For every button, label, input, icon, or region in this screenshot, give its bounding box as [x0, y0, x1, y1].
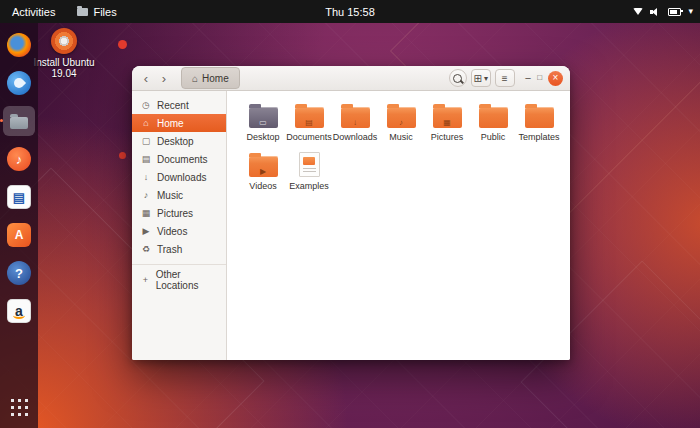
dock-item-thunderbird[interactable]	[3, 68, 35, 98]
file-item-pictures[interactable]: ▦ Pictures	[424, 101, 470, 142]
sidebar-item-pictures[interactable]: ▦ Pictures	[132, 204, 226, 222]
dock-item-files[interactable]	[3, 106, 35, 136]
folder-icon: ▭	[249, 107, 278, 128]
view-options-caret-icon: ▾	[484, 74, 488, 83]
documents-icon: ▤	[141, 154, 151, 164]
documents-emblem-icon: ▤	[295, 117, 324, 128]
places-sidebar: ◷ Recent ⌂ Home ▢ Desktop ▤ Documents ↓ …	[132, 91, 227, 360]
network-icon	[633, 8, 643, 15]
path-home-label: Home	[202, 73, 229, 84]
sidebar-item-music[interactable]: ♪ Music	[132, 186, 226, 204]
dock: ♪ ▤ A ? a	[0, 23, 38, 428]
sidebar-item-label: Trash	[157, 244, 182, 255]
forward-button[interactable]: ›	[157, 72, 171, 85]
sidebar-item-documents[interactable]: ▤ Documents	[132, 150, 226, 168]
file-item-documents[interactable]: ▤ Documents	[286, 101, 332, 142]
dock-item-amazon[interactable]: a	[3, 296, 35, 326]
search-button[interactable]	[449, 69, 467, 87]
plus-icon: +	[141, 275, 150, 285]
home-icon: ⌂	[141, 118, 151, 128]
file-label: Public	[481, 132, 506, 142]
sidebar-item-label: Desktop	[157, 136, 194, 147]
wallpaper-dot	[119, 152, 126, 159]
file-item-examples[interactable]: Examples	[286, 150, 332, 191]
maximize-button[interactable]: □	[537, 74, 542, 82]
battery-icon	[668, 8, 681, 16]
sidebar-item-recent[interactable]: ◷ Recent	[132, 96, 226, 114]
sidebar-item-label: Videos	[157, 226, 187, 237]
libreoffice-writer-icon: ▤	[7, 185, 31, 209]
firefox-icon	[7, 33, 31, 57]
sidebar-item-label: Downloads	[157, 172, 206, 183]
file-label: Downloads	[333, 132, 378, 142]
app-menu-label: Files	[93, 6, 116, 18]
chevron-down-icon: ▾	[688, 7, 693, 16]
sidebar-item-label: Music	[157, 190, 183, 201]
dock-item-help[interactable]: ?	[3, 258, 35, 288]
file-label: Templates	[518, 132, 559, 142]
desktop-icon: ▢	[141, 136, 151, 146]
top-panel: Activities Files Thu 15:58 ▾	[0, 0, 700, 23]
folder-icon: ▶	[249, 156, 278, 177]
file-item-templates[interactable]: Templates	[516, 101, 562, 142]
file-item-desktop[interactable]: ▭ Desktop	[240, 101, 286, 142]
files-app-icon	[77, 8, 88, 16]
folder-icon	[479, 107, 508, 128]
dock-item-ubuntu-software[interactable]: A	[3, 220, 35, 250]
ubuntu-software-icon: A	[7, 223, 31, 247]
app-menu-button[interactable]: Files	[73, 4, 120, 20]
file-item-music[interactable]: ♪ Music	[378, 101, 424, 142]
install-icon-label: Install Ubuntu 19.04	[32, 57, 96, 79]
sidebar-item-label: Other Locations	[156, 269, 217, 291]
folder-icon: ♪	[387, 107, 416, 128]
file-item-videos[interactable]: ▶ Videos	[240, 150, 286, 191]
clock-button[interactable]: Thu 15:58	[319, 4, 381, 20]
folder-icon: ↓	[341, 107, 370, 128]
show-applications-button[interactable]	[3, 392, 35, 422]
file-label: Documents	[286, 132, 332, 142]
sidebar-item-label: Home	[157, 118, 184, 129]
window-controls: − □ ×	[525, 71, 563, 86]
sidebar-item-trash[interactable]: ♻ Trash	[132, 240, 226, 258]
view-toggle-button[interactable]: ⊞ ▾	[471, 69, 491, 87]
back-button[interactable]: ‹	[139, 72, 153, 85]
document-icon	[299, 152, 320, 177]
sidebar-item-desktop[interactable]: ▢ Desktop	[132, 132, 226, 150]
dock-item-rhythmbox[interactable]: ♪	[3, 144, 35, 174]
activities-button[interactable]: Activities	[8, 4, 59, 20]
thunderbird-icon	[7, 71, 31, 95]
file-grid: ▭ Desktop ▤ Documents ↓ Downloads ♪ Musi…	[240, 101, 570, 199]
wallpaper-dot	[118, 40, 127, 49]
file-item-public[interactable]: Public	[470, 101, 516, 142]
close-button[interactable]: ×	[548, 71, 563, 86]
install-ubuntu-desktop-icon[interactable]: Install Ubuntu 19.04	[32, 28, 96, 79]
sidebar-item-downloads[interactable]: ↓ Downloads	[132, 168, 226, 186]
downloads-icon: ↓	[141, 172, 151, 182]
pictures-emblem-icon: ▦	[433, 117, 462, 128]
menu-button[interactable]: ≡	[495, 69, 515, 87]
sidebar-divider	[132, 264, 226, 265]
sidebar-item-label: Recent	[157, 100, 189, 111]
headerbar: ‹ › ⌂ Home ⊞ ▾ ≡ − □ ×	[132, 66, 570, 91]
sidebar-item-videos[interactable]: ▶ Videos	[132, 222, 226, 240]
sidebar-item-home[interactable]: ⌂ Home	[132, 114, 226, 132]
dock-item-libreoffice-writer[interactable]: ▤	[3, 182, 35, 212]
sidebar-item-label: Pictures	[157, 208, 193, 219]
downloads-emblem-icon: ↓	[341, 117, 370, 128]
file-label: Pictures	[431, 132, 464, 142]
pictures-icon: ▦	[141, 208, 151, 218]
files-icon	[7, 109, 31, 133]
path-home-button[interactable]: ⌂ Home	[181, 67, 240, 89]
dock-item-firefox[interactable]	[3, 30, 35, 60]
videos-icon: ▶	[141, 226, 151, 236]
file-item-downloads[interactable]: ↓ Downloads	[332, 101, 378, 142]
amazon-icon: a	[7, 299, 31, 323]
show-applications-grid-icon	[10, 398, 29, 417]
sidebar-item-other-locations[interactable]: + Other Locations	[132, 271, 226, 289]
minimize-button[interactable]: −	[525, 73, 531, 84]
file-label: Videos	[249, 181, 276, 191]
system-status-area[interactable]: ▾	[633, 0, 693, 23]
help-icon: ?	[7, 261, 31, 285]
home-icon: ⌂	[192, 73, 198, 84]
folder-icon: ▦	[433, 107, 462, 128]
